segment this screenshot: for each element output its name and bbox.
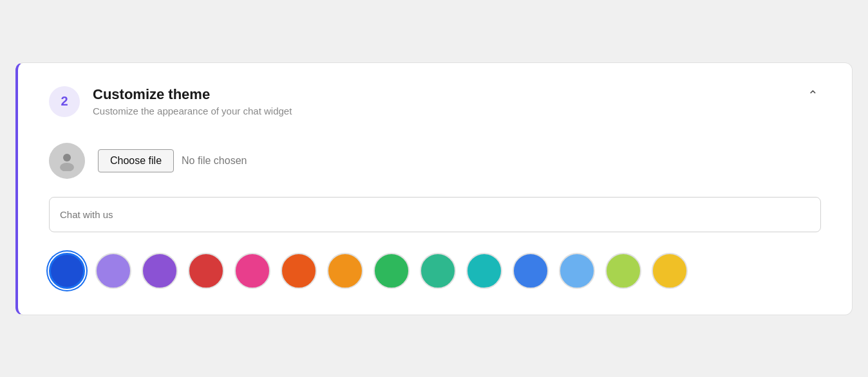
color-swatch-blue-medium[interactable] bbox=[513, 253, 549, 289]
svg-point-1 bbox=[60, 163, 74, 171]
collapse-button[interactable]: ⌃ bbox=[805, 86, 821, 104]
color-swatch-lime[interactable] bbox=[605, 253, 641, 289]
color-swatch-orange[interactable] bbox=[327, 253, 363, 289]
color-swatch-purple-light[interactable] bbox=[95, 253, 131, 289]
card-subtitle: Customize the appearance of your chat wi… bbox=[93, 106, 292, 116]
color-swatches bbox=[49, 253, 821, 289]
file-input-wrapper: Choose file No file chosen bbox=[98, 149, 247, 172]
color-swatch-pink[interactable] bbox=[234, 253, 270, 289]
header-left: 2 Customize theme Customize the appearan… bbox=[49, 86, 292, 117]
color-swatch-orange-red[interactable] bbox=[281, 253, 317, 289]
color-swatch-yellow[interactable] bbox=[652, 253, 688, 289]
customize-theme-card: 2 Customize theme Customize the appearan… bbox=[15, 62, 853, 315]
color-swatch-blue-dark[interactable] bbox=[49, 253, 85, 289]
color-swatch-teal-green[interactable] bbox=[420, 253, 456, 289]
color-swatch-teal[interactable] bbox=[466, 253, 502, 289]
avatar-icon bbox=[57, 151, 77, 171]
color-swatch-red[interactable] bbox=[188, 253, 224, 289]
color-swatch-green-bright[interactable] bbox=[373, 253, 410, 289]
step-badge: 2 bbox=[49, 86, 80, 117]
avatar-placeholder bbox=[49, 143, 85, 179]
no-file-text: No file chosen bbox=[182, 155, 247, 167]
card-header: 2 Customize theme Customize the appearan… bbox=[49, 86, 821, 117]
chat-widget-name-input[interactable] bbox=[49, 197, 821, 232]
avatar-upload-row: Choose file No file chosen bbox=[49, 143, 821, 179]
choose-file-button[interactable]: Choose file bbox=[98, 149, 174, 172]
color-swatch-blue-light[interactable] bbox=[559, 253, 595, 289]
header-text: Customize theme Customize the appearance… bbox=[93, 86, 292, 116]
color-swatch-purple-mid[interactable] bbox=[142, 253, 178, 289]
svg-point-0 bbox=[63, 154, 71, 161]
card-title: Customize theme bbox=[93, 86, 292, 103]
